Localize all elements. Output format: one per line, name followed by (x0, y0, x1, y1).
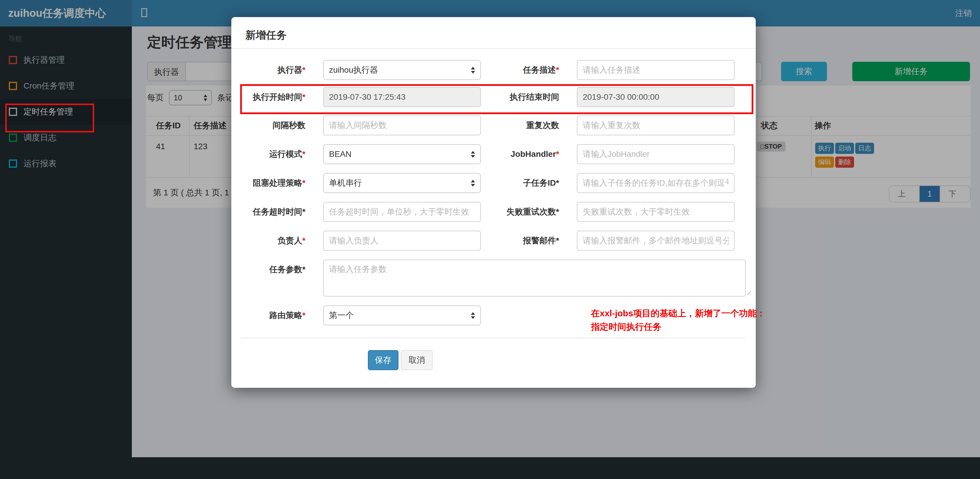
field-label: 重复次数 (488, 120, 559, 131)
field-repeat: 重复次数 (488, 115, 735, 135)
annotation-box-time-row (240, 84, 753, 114)
required-star: * (302, 207, 305, 216)
required-star: * (302, 178, 305, 188)
required-star: * (556, 150, 559, 159)
field-label: 间隔秒数 (235, 120, 305, 131)
save-button[interactable]: 保存 (368, 350, 398, 370)
annotation-box-sidebar (5, 103, 94, 132)
required-star: * (556, 178, 559, 188)
field-label: 路由策略* (235, 310, 305, 321)
select-value: BEAN (329, 150, 352, 159)
field-label: 阻塞处理策略* (235, 177, 305, 189)
field-retry: 失败重试次数* (488, 202, 735, 222)
timeout-input[interactable] (323, 202, 481, 222)
required-star: * (302, 311, 305, 320)
feature-note-line2: 指定时间执行任务 (591, 320, 770, 334)
field-run-mode: 运行模式* BEAN (235, 144, 481, 164)
screen: zuihou任务调度中心 注销 导航 执行器管理 Cron任务管理 定时任务管理… (0, 0, 980, 479)
required-star: * (556, 65, 559, 75)
required-star: * (556, 207, 559, 216)
field-child-task-id: 子任务ID* (488, 173, 735, 193)
required-star: * (302, 265, 305, 274)
field-label: 任务参数* (235, 259, 305, 280)
repeat-input[interactable] (577, 115, 735, 135)
field-alarm-email: 报警邮件* (488, 231, 735, 251)
required-star: * (556, 236, 559, 245)
field-label: JobHandler* (488, 150, 559, 159)
task-desc-input[interactable] (577, 60, 735, 80)
run-mode-select[interactable]: BEAN (323, 144, 481, 164)
select-value: 第一个 (329, 310, 354, 321)
cancel-button[interactable]: 取消 (401, 350, 433, 370)
field-executor: 执行器* zuihou执行器 (235, 60, 481, 80)
feature-note-line1: 在xxl-jobs项目的基础上，新增了一个功能： (591, 307, 770, 320)
jobhandler-input[interactable] (577, 144, 735, 164)
field-interval: 间隔秒数 (235, 115, 481, 135)
feature-note: 在xxl-jobs项目的基础上，新增了一个功能： 指定时间执行任务 (591, 307, 770, 334)
owner-input[interactable] (323, 231, 481, 251)
add-task-modal: 新增任务 执行器* zuihou执行器 任务描述* 执行开始时间* 执行结束时间… (231, 17, 756, 388)
route-strategy-select[interactable]: 第一个 (323, 306, 481, 325)
retry-input[interactable] (577, 202, 735, 222)
executor-select[interactable]: zuihou执行器 (323, 60, 481, 80)
alarm-email-input[interactable] (577, 231, 735, 251)
modal-title: 新增任务 (245, 28, 286, 42)
select-arrows-icon (471, 151, 475, 158)
field-route-strategy: 路由策略* 第一个 (235, 306, 481, 325)
interval-input[interactable] (323, 115, 481, 135)
select-value: zuihou执行器 (329, 64, 378, 76)
task-params-textarea[interactable] (323, 259, 746, 297)
divider (231, 48, 756, 49)
field-label: 运行模式* (235, 149, 305, 160)
required-star: * (302, 150, 305, 159)
divider (241, 338, 746, 338)
field-label: 报警邮件* (488, 235, 559, 246)
field-label: 执行器* (235, 64, 305, 76)
field-label: 任务描述* (488, 64, 559, 76)
select-value: 单机串行 (329, 177, 362, 189)
field-block-strategy: 阻塞处理策略* 单机串行 (235, 173, 481, 193)
field-label: 任务超时时间* (235, 206, 305, 217)
field-label: 负责人* (235, 235, 305, 246)
select-arrows-icon (471, 67, 475, 73)
select-arrows-icon (471, 312, 475, 319)
resize-grip-icon[interactable] (746, 290, 751, 295)
child-task-id-input[interactable] (577, 173, 735, 193)
field-label: 失败重试次数* (488, 206, 559, 217)
field-jobhandler: JobHandler* (488, 144, 735, 164)
field-owner: 负责人* (235, 231, 481, 251)
field-task-params: 任务参数* (235, 259, 746, 280)
required-star: * (302, 236, 305, 245)
select-arrows-icon (471, 180, 475, 186)
field-label: 子任务ID* (488, 177, 559, 189)
field-task-desc: 任务描述* (488, 60, 735, 80)
block-strategy-select[interactable]: 单机串行 (323, 173, 481, 193)
field-timeout: 任务超时时间* (235, 202, 481, 222)
required-star: * (302, 65, 305, 75)
